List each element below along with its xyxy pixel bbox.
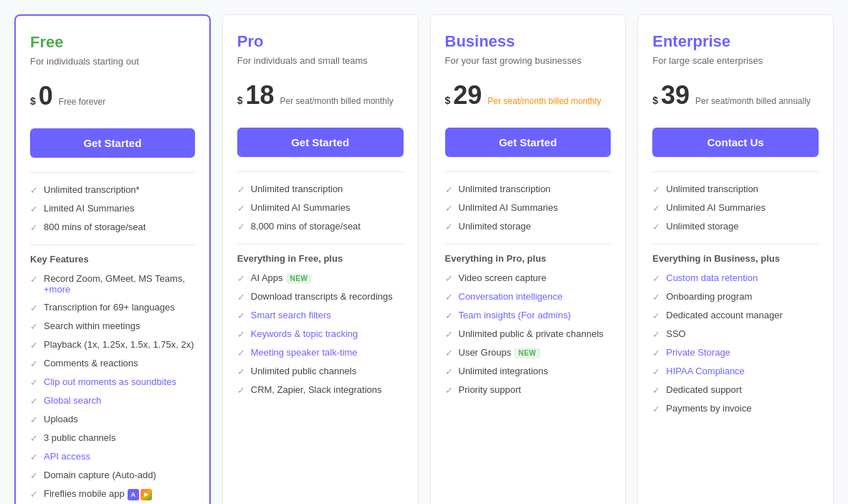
plan-subtitle-enterprise: For large scale enterprises — [652, 55, 819, 66]
new-badge: NEW — [286, 273, 313, 284]
feature-item: ✓Unlimited public channels — [237, 366, 404, 377]
check-icon: ✓ — [652, 404, 660, 414]
feature-text: Unlimited AI Summaries — [251, 202, 351, 213]
check-icon: ✓ — [30, 433, 38, 444]
feature-text: Dedicated support — [666, 384, 742, 395]
feature-text: Priority support — [459, 384, 521, 395]
feature-text: Unlimited transcription* — [44, 184, 140, 195]
plan-subtitle-free: For individuals starting out — [30, 56, 195, 67]
included-features-free: ✓Unlimited transcription*✓Limited AI Sum… — [30, 172, 195, 233]
check-icon: ✓ — [237, 310, 245, 321]
feature-link[interactable]: Team insights (For admins) — [459, 310, 571, 320]
feature-text: Unlimited public channels — [251, 366, 356, 376]
price-amount-pro: 18 — [246, 82, 275, 108]
feature-text: Unlimited storage — [459, 221, 531, 232]
cta-button-enterprise[interactable]: Contact Us — [652, 128, 819, 157]
check-icon: ✓ — [652, 273, 660, 284]
price-dollar-sign: $ — [30, 95, 36, 107]
feature-link[interactable]: HIPAA Compliance — [666, 366, 745, 376]
feature-item: ✓Global search — [30, 395, 195, 406]
plan-title-pro: Pro — [237, 32, 404, 51]
feature-item: ✓Meeting speaker talk-time — [237, 347, 404, 358]
check-icon: ✓ — [445, 222, 453, 232]
feature-link[interactable]: Clip out moments as soundbites — [44, 376, 176, 387]
feature-item: ✓Unlimited transcription* — [30, 184, 195, 196]
check-icon: ✓ — [237, 329, 245, 340]
feature-item: ✓800 mins of storage/seat — [30, 222, 195, 233]
feature-item: ✓Playback (1x, 1.25x, 1.5x, 1.75x, 2x) — [30, 339, 195, 351]
feature-text: Unlimited public & private channels — [459, 328, 604, 339]
section-label-free: Key Features — [30, 254, 195, 265]
feature-link[interactable]: Smart search filters — [251, 310, 331, 320]
check-icon: ✓ — [445, 273, 453, 284]
feature-item: ✓AI AppsNEW — [237, 272, 404, 284]
cta-button-business[interactable]: Get Started — [445, 128, 611, 157]
feature-link[interactable]: Global search — [44, 395, 101, 406]
check-icon: ✓ — [237, 385, 245, 396]
feature-item: ✓Dedicated support — [652, 384, 819, 396]
feature-text: Limited AI Summaries — [44, 203, 134, 214]
feature-text: Unlimited transcription — [666, 184, 758, 194]
cta-button-pro[interactable]: Get Started — [237, 128, 404, 157]
price-block-business: $29Per seat/month billed monthly — [445, 79, 611, 116]
feature-link[interactable]: API access — [44, 451, 90, 462]
feature-text: Unlimited storage — [666, 221, 738, 232]
feature-item: ✓Limited AI Summaries — [30, 203, 195, 214]
feature-text: Domain capture (Auto-add) — [44, 470, 156, 480]
feature-link[interactable]: +more — [44, 284, 70, 295]
feature-item: ✓CRM, Zapier, Slack integrations — [237, 384, 404, 396]
feature-text: Record Zoom, GMeet, MS Teams, +more — [44, 273, 195, 295]
included-features-business: ✓Unlimited transcription✓Unlimited AI Su… — [445, 171, 611, 232]
feature-item: ✓Dedicated account manager — [652, 310, 819, 321]
feature-text: AI AppsNEW — [251, 272, 313, 284]
plan-subtitle-pro: For individuals and small teams — [237, 55, 404, 66]
feature-link[interactable]: Private Storage — [666, 347, 730, 358]
price-desc-business: Per seat/month billed monthly — [487, 96, 601, 106]
feature-item: ✓8,000 mins of storage/seat — [237, 221, 404, 232]
feature-item: ✓Unlimited transcription — [652, 184, 819, 195]
feature-link[interactable]: Meeting speaker talk-time — [251, 347, 358, 358]
price-row-business: $29Per seat/month billed monthly — [445, 82, 601, 108]
feature-text: Dedicated account manager — [666, 310, 783, 320]
check-icon: ✓ — [30, 185, 38, 196]
feature-item: ✓Unlimited integrations — [445, 366, 611, 377]
price-block-pro: $18Per seat/month billed monthly — [237, 79, 404, 116]
check-icon: ✓ — [652, 348, 660, 358]
feature-text: Video screen capture — [459, 272, 547, 283]
check-icon: ✓ — [652, 310, 660, 321]
feature-text: Payments by invoice — [666, 403, 751, 414]
fireflies-icons: A▶ — [128, 489, 152, 500]
check-icon: ✓ — [30, 470, 38, 481]
feature-item: ✓Unlimited public & private channels — [445, 328, 611, 340]
price-row-free: $0Free forever — [30, 83, 105, 109]
feature-item: ✓User GroupsNEW — [445, 347, 611, 358]
check-icon: ✓ — [652, 203, 660, 214]
feature-item: ✓Transcription for 69+ languages — [30, 302, 195, 313]
cta-button-free[interactable]: Get Started — [30, 128, 195, 158]
check-icon: ✓ — [30, 489, 38, 500]
feature-item: ✓Team insights (For admins) — [445, 310, 611, 321]
feature-link[interactable]: Conversation intelligence — [459, 291, 563, 302]
check-icon: ✓ — [30, 414, 38, 425]
section-label-business: Everything in Pro, plus — [445, 253, 611, 264]
price-desc-free: Free forever — [59, 97, 105, 107]
feature-text: Fireflies mobile appA▶ — [44, 488, 152, 500]
feature-text: Playback (1x, 1.25x, 1.5x, 1.75x, 2x) — [44, 339, 194, 350]
feature-link[interactable]: Custom data retention — [666, 272, 758, 283]
feature-item: ✓Video screen capture — [445, 272, 611, 284]
check-icon: ✓ — [445, 292, 453, 303]
feature-item: ✓Unlimited AI Summaries — [652, 202, 819, 214]
feature-text: 8,000 mins of storage/seat — [251, 221, 361, 232]
feature-item: ✓Conversation intelligence — [445, 291, 611, 303]
price-desc-pro: Per seat/month billed monthly — [280, 96, 394, 106]
feature-text: Download transcripts & recordings — [251, 291, 393, 302]
feature-text: Unlimited transcription — [251, 184, 343, 194]
plan-title-business: Business — [445, 32, 611, 51]
feature-item: ✓Unlimited transcription — [237, 184, 404, 195]
feature-text: 3 public channels — [44, 432, 115, 443]
feature-item: ✓HIPAA Compliance — [652, 366, 819, 377]
check-icon: ✓ — [445, 203, 453, 214]
feature-text: SSO — [666, 328, 685, 339]
plan-card-free: FreeFor individuals starting out$0Free f… — [14, 14, 211, 504]
feature-link[interactable]: Keywords & topic tracking — [251, 328, 358, 339]
